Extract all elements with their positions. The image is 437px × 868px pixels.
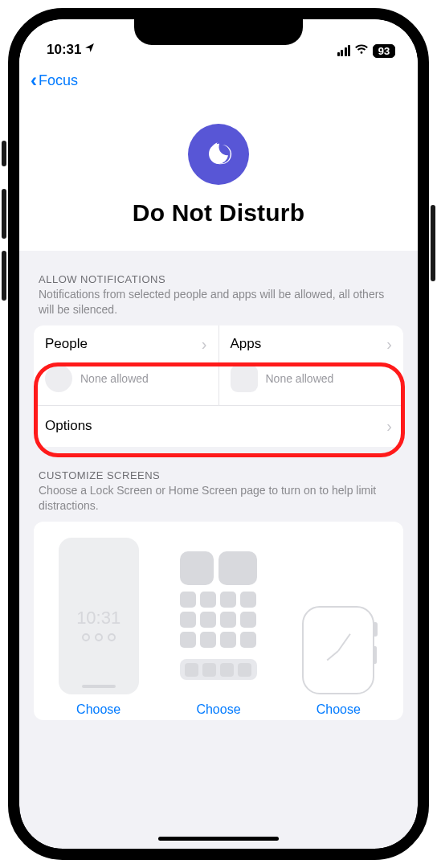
device-power-button	[431, 205, 435, 281]
home-indicator	[158, 837, 279, 841]
location-icon	[84, 41, 95, 57]
lock-preview-dots	[82, 633, 116, 641]
lock-preview-time: 10:31	[76, 608, 120, 628]
notch	[134, 19, 303, 45]
allow-header: ALLOW NOTIFICATIONS Notifications from s…	[34, 251, 403, 319]
battery-indicator: 93	[373, 44, 395, 58]
back-label: Focus	[39, 72, 78, 89]
watch-column: Choose	[280, 538, 397, 717]
status-time: 10:31	[47, 42, 81, 58]
chevron-right-icon: ›	[386, 335, 392, 354]
people-status: None allowed	[80, 372, 149, 385]
lock-preview-bar	[82, 685, 116, 688]
hero: Do Not Disturb	[19, 100, 418, 251]
apps-cell[interactable]: Apps › None allowed	[218, 326, 404, 405]
choose-lock-button[interactable]: Choose	[76, 702, 120, 717]
chevron-right-icon: ›	[386, 417, 392, 436]
home-preview-widgets	[180, 551, 257, 585]
status-left: 10:31	[47, 42, 95, 58]
watch-crown-icon	[373, 622, 378, 637]
choose-home-button[interactable]: Choose	[196, 702, 240, 717]
customize-section: CUSTOMIZE SCREENS Choose a Lock Screen o…	[19, 447, 418, 720]
people-placeholder-icon	[45, 365, 72, 392]
home-preview-dock	[180, 659, 257, 680]
cellular-icon	[337, 45, 351, 56]
watch-preview[interactable]	[298, 538, 378, 694]
device-volume-down	[2, 251, 6, 301]
people-title: People	[45, 336, 88, 352]
choose-watch-button[interactable]: Choose	[317, 702, 361, 717]
home-screen-preview[interactable]	[178, 538, 259, 694]
status-right: 93	[337, 43, 396, 58]
apps-title: Apps	[231, 336, 262, 352]
lock-screen-preview[interactable]: 10:31	[59, 538, 139, 694]
allow-header-title: ALLOW NOTIFICATIONS	[39, 273, 398, 285]
page-title: Do Not Disturb	[19, 199, 418, 227]
home-screen-column: Choose	[160, 538, 276, 717]
device-volume-up	[2, 189, 6, 239]
options-row[interactable]: Options ›	[34, 405, 403, 447]
home-preview-grid	[180, 592, 256, 648]
apps-placeholder-icon	[231, 365, 258, 392]
customize-header-desc: Choose a Lock Screen or Home Screen page…	[39, 483, 398, 514]
dnd-icon	[188, 124, 249, 185]
chevron-left-icon: ‹	[31, 71, 37, 90]
allow-section: ALLOW NOTIFICATIONS Notifications from s…	[19, 251, 418, 447]
apps-status: None allowed	[266, 372, 334, 385]
customize-header-title: CUSTOMIZE SCREENS	[39, 469, 398, 481]
allow-header-desc: Notifications from selected people and a…	[39, 287, 398, 317]
chevron-right-icon: ›	[202, 335, 207, 354]
screen: 10:31 93 ‹ Focus	[19, 19, 418, 849]
customize-header: CUSTOMIZE SCREENS Choose a Lock Screen o…	[34, 447, 403, 515]
iphone-frame: 10:31 93 ‹ Focus	[8, 8, 429, 860]
wifi-icon	[354, 43, 369, 58]
watch-side-button-icon	[373, 646, 377, 664]
nav-bar: ‹ Focus	[19, 61, 418, 100]
back-button[interactable]: ‹ Focus	[31, 71, 78, 90]
allow-card: People › None allowed Apps ›	[34, 326, 403, 447]
options-label: Options	[45, 418, 92, 434]
lock-screen-column: 10:31 Choose	[40, 538, 157, 717]
people-cell[interactable]: People › None allowed	[34, 326, 218, 405]
moon-icon	[204, 140, 233, 169]
people-apps-row: People › None allowed Apps ›	[34, 326, 403, 405]
screens-card: 10:31 Choose	[34, 522, 403, 720]
device-mute-switch	[2, 141, 6, 166]
